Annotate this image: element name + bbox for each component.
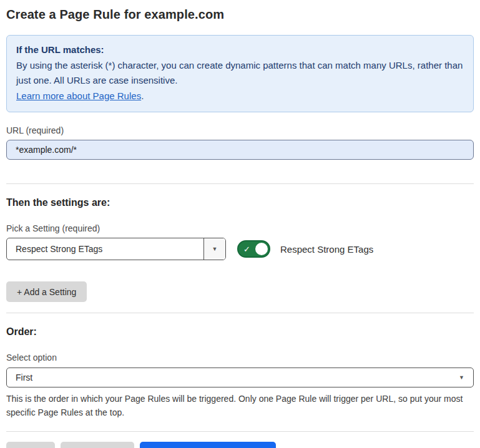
add-setting-button[interactable]: + Add a Setting bbox=[6, 281, 87, 302]
page-title: Create a Page Rule for example.com bbox=[6, 7, 474, 22]
section-divider bbox=[6, 183, 474, 184]
create-page-rule-form: Create a Page Rule for example.com If th… bbox=[0, 0, 480, 448]
order-select[interactable]: First ▼ bbox=[6, 368, 474, 387]
info-box-heading: If the URL matches: bbox=[16, 42, 464, 58]
url-match-info-box: If the URL matches: By using the asteris… bbox=[6, 35, 474, 112]
url-label: URL (required) bbox=[6, 125, 474, 135]
setting-select-caret-button[interactable]: ▼ bbox=[203, 238, 225, 260]
url-input[interactable] bbox=[6, 140, 474, 160]
pick-setting-label: Pick a Setting (required) bbox=[6, 223, 474, 233]
order-help-text: This is the order in which your Page Rul… bbox=[6, 392, 474, 419]
chevron-down-icon: ▼ bbox=[459, 375, 464, 381]
setting-select[interactable]: Respect Strong ETags ▼ bbox=[6, 238, 226, 260]
toggle-knob bbox=[255, 243, 268, 255]
settings-heading: Then the settings are: bbox=[6, 197, 474, 208]
order-select-value: First bbox=[16, 373, 32, 382]
etags-toggle[interactable]: ✓ bbox=[237, 240, 270, 258]
chevron-down-icon: ▼ bbox=[212, 246, 218, 252]
toggle-label: Respect Strong ETags bbox=[280, 244, 373, 255]
setting-select-value: Respect Strong ETags bbox=[7, 238, 203, 260]
check-icon: ✓ bbox=[243, 245, 250, 254]
cancel-button[interactable]: Cancel bbox=[6, 442, 55, 448]
save-draft-button[interactable]: Save as Draft bbox=[61, 442, 135, 448]
form-actions: Cancel Save as Draft Save and Deploy Pag… bbox=[6, 442, 474, 448]
info-box-link-line: Learn more about Page Rules. bbox=[16, 89, 464, 104]
info-box-body: By using the asterisk (*) character, you… bbox=[16, 58, 464, 89]
order-heading: Order: bbox=[6, 326, 474, 338]
section-divider bbox=[6, 431, 474, 432]
section-divider bbox=[6, 313, 474, 313]
link-suffix-period: . bbox=[141, 90, 144, 101]
save-deploy-button[interactable]: Save and Deploy Page Rule bbox=[140, 442, 276, 448]
setting-row: Respect Strong ETags ▼ ✓ Respect Strong … bbox=[6, 238, 474, 260]
learn-more-link[interactable]: Learn more about Page Rules bbox=[16, 90, 141, 101]
order-select-label: Select option bbox=[6, 353, 474, 363]
